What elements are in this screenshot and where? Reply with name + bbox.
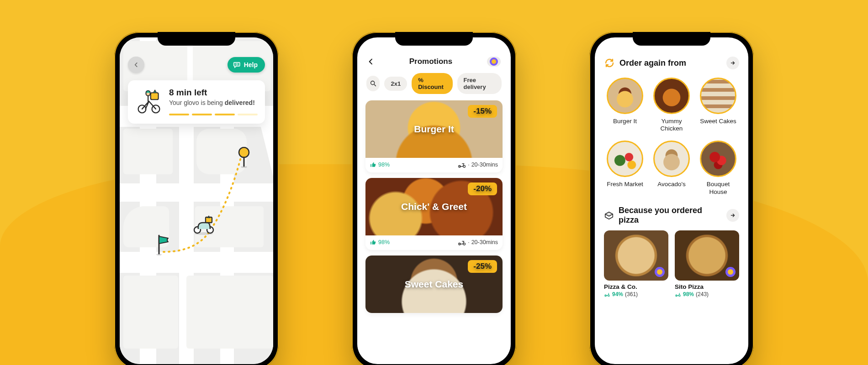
rating: 98% [370, 162, 390, 168]
thumbs-up-icon [370, 239, 376, 245]
store-name: Bouquet House [697, 181, 739, 195]
store-avatar [700, 141, 736, 177]
phone-notch [395, 32, 473, 46]
search-button[interactable] [366, 76, 380, 91]
svg-point-2 [241, 166, 247, 168]
promo-card[interactable]: Burger It -15% 98% · 20-30mins [365, 100, 503, 172]
store-hero-image [675, 230, 739, 281]
store-name: Sito Pizza [675, 283, 739, 290]
store-rating: 98% (243) [675, 291, 739, 297]
scooter-icon [458, 239, 466, 245]
delivery-bike-icon [604, 291, 610, 297]
courier-bike-icon [135, 88, 163, 115]
see-all-button[interactable] [726, 57, 739, 69]
promo-store-name: Burger It [414, 124, 454, 135]
svg-point-19 [463, 243, 466, 245]
promo-card[interactable]: Chick' & Greet -20% 98% · 20-30mins [365, 178, 503, 250]
promo-hero-image: Burger It -15% [365, 100, 503, 158]
svg-text:?: ? [236, 63, 238, 67]
discount-badge: -15% [468, 105, 497, 118]
scooter-icon [458, 162, 466, 168]
destination-pin-icon [238, 147, 250, 168]
chevron-left-icon [133, 62, 139, 68]
store-avatar [653, 141, 690, 177]
back-button[interactable] [128, 57, 144, 73]
phone-home-feed: Order again from Burger It Yummy Chicken [589, 32, 754, 365]
filter-chips: 2x1 % Discount Free delivery [357, 67, 511, 99]
delivery-progress [169, 114, 258, 115]
delivery-eta: 8 min left [169, 88, 258, 98]
origin-flag-icon [156, 234, 170, 256]
recommendation-card[interactable]: Sito Pizza 98% (243) [675, 230, 739, 297]
refresh-icon [604, 57, 615, 68]
arrow-right-icon [730, 60, 736, 66]
rewards-toggle[interactable] [487, 57, 501, 67]
delivery-bike-icon [675, 291, 681, 297]
svg-point-4 [156, 254, 162, 256]
phone-promotions: Promotions 2x1 % Discount Free delivery … [352, 32, 516, 365]
rating: 98% [370, 239, 390, 245]
promo-store-name: Chick' & Greet [401, 201, 467, 212]
promo-card[interactable]: Sweet Cakes -25% [365, 256, 503, 313]
back-button[interactable] [367, 58, 375, 65]
svg-point-0 [239, 147, 249, 157]
promo-store-name: Sweet Cakes [405, 279, 463, 290]
store-avatar [607, 78, 643, 114]
recommendation-card[interactable]: Pizza & Co. 94% (361) [604, 230, 668, 297]
order-again-item[interactable]: Sweet Cakes [697, 78, 739, 132]
help-button[interactable]: ? Help [228, 57, 265, 73]
order-again-item[interactable]: Fresh Market [604, 141, 646, 195]
store-avatar [607, 141, 643, 177]
page-title: Promotions [409, 57, 452, 66]
store-name: Sweet Cakes [700, 118, 736, 132]
filter-chip-2x1[interactable]: 2x1 [384, 77, 407, 91]
arrow-right-icon [730, 213, 736, 218]
store-name: Fresh Market [607, 181, 643, 195]
pizza-box-icon [604, 210, 614, 220]
order-again-item[interactable]: Yummy Chicken [651, 78, 693, 132]
prime-badge-icon [655, 267, 665, 277]
store-name: Pizza & Co. [604, 283, 668, 290]
order-again-item[interactable]: Burger It [604, 78, 646, 132]
promo-hero-image: Chick' & Greet -20% [365, 178, 503, 235]
phone-notch [158, 32, 235, 46]
svg-rect-13 [151, 93, 159, 99]
prime-badge-icon [725, 267, 736, 277]
phone-notch [633, 32, 710, 46]
store-name: Yummy Chicken [651, 118, 693, 132]
svg-line-15 [374, 84, 376, 86]
section-title-because: Because you ordered pizza [619, 206, 722, 225]
filter-chip-free-delivery[interactable]: Free delivery [457, 73, 502, 94]
store-avatar [653, 78, 690, 114]
delivery-time: · 20-30mins [458, 162, 498, 168]
delivery-status-text: Your glovo is being delivered! [169, 99, 258, 107]
chevron-left-icon [367, 58, 375, 65]
store-hero-image [604, 230, 668, 281]
thumbs-up-icon [370, 162, 376, 168]
see-all-button[interactable] [726, 209, 739, 222]
discount-badge: -20% [468, 182, 497, 195]
phone-tracking: ? Help 8 min left [114, 32, 279, 365]
svg-point-17 [463, 166, 466, 168]
chat-help-icon: ? [233, 61, 241, 69]
store-name: Avocado's [657, 181, 686, 195]
order-again-item[interactable]: Avocado's [651, 141, 693, 195]
medal-icon [490, 57, 498, 66]
filter-chip-discount[interactable]: % Discount [412, 73, 452, 94]
delivery-status-card[interactable]: 8 min left Your glovo is being delivered… [128, 80, 265, 124]
section-title-order-again: Order again from [619, 58, 722, 68]
delivery-time: · 20-30mins [458, 239, 498, 245]
promo-hero-image: Sweet Cakes -25% [365, 256, 503, 313]
search-icon [370, 80, 377, 87]
store-rating: 94% (361) [604, 291, 668, 297]
store-avatar [700, 78, 736, 114]
help-label: Help [244, 61, 258, 68]
discount-badge: -25% [468, 260, 497, 273]
store-name: Burger It [613, 118, 637, 132]
order-again-item[interactable]: Bouquet House [697, 141, 739, 195]
courier-icon [192, 215, 217, 235]
